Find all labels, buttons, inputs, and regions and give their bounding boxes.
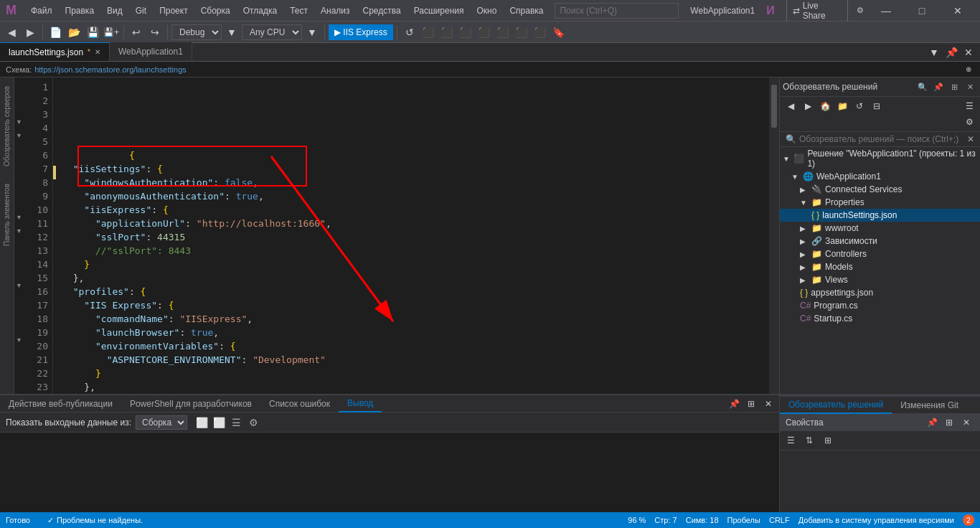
settings-icon[interactable]: ⚙: [857, 6, 864, 15]
right-tab-git-changes[interactable]: Изменения Git: [892, 397, 967, 414]
line-ending[interactable]: CRLF: [769, 516, 790, 524]
right-tab-solution-explorer[interactable]: Обозреватель решений: [780, 397, 892, 414]
output-pin-btn[interactable]: 📌: [726, 396, 742, 412]
tool7[interactable]: ⬛: [532, 24, 549, 41]
menu-analyze[interactable]: Анализ: [315, 4, 356, 17]
bookmark-button[interactable]: 🔖: [550, 24, 567, 41]
tree-startup[interactable]: C# Startup.cs: [780, 312, 980, 325]
bottom-tab-powershell[interactable]: PowerShell для разработчиков: [121, 395, 260, 412]
schema-expand-icon[interactable]: ⊕: [963, 64, 974, 75]
menu-view[interactable]: Вид: [101, 4, 128, 17]
tree-solution[interactable]: ▼ ⬛ Решение "WebApplication1" (проекты: …: [780, 147, 980, 170]
tree-appsettings[interactable]: { } appsettings.json: [780, 286, 980, 299]
fold-btn-15[interactable]: ▼: [16, 282, 22, 289]
redo-button[interactable]: ↪: [146, 24, 164, 41]
tree-wwwroot[interactable]: ▶ 📁 wwwroot: [780, 222, 980, 235]
minimize-button[interactable]: —: [870, 0, 903, 22]
props-close-btn[interactable]: ✕: [958, 415, 974, 430]
tree-controllers[interactable]: ▶ 📁 Controllers: [780, 248, 980, 260]
toolbox-label[interactable]: Панель элементов: [1, 178, 12, 252]
fold-btn-2[interactable]: ▼: [16, 118, 22, 126]
tree-program[interactable]: C# Program.cs: [780, 299, 980, 312]
bottom-tab-publish[interactable]: Действие веб-публикации: [0, 395, 121, 412]
editor-scrollbar[interactable]: [769, 77, 779, 394]
panel-pin-icon[interactable]: 📌: [931, 80, 946, 94]
fold-btn-19[interactable]: ▼: [16, 336, 22, 344]
menu-extensions[interactable]: Расширения: [408, 4, 470, 17]
tab-web-app[interactable]: WebApplication1: [110, 42, 192, 61]
props-sort-btn[interactable]: ⇅: [801, 433, 817, 448]
tab-list-button[interactable]: ▼: [925, 44, 943, 61]
tool1[interactable]: ⬛: [420, 24, 437, 41]
indent-type[interactable]: Пробелы: [727, 516, 760, 524]
menu-debug[interactable]: Отладка: [237, 4, 283, 17]
tree-dependencies[interactable]: ▶ 🔗 Зависимости: [780, 235, 980, 248]
tree-connected-services[interactable]: ▶ 🔌 Connected Services: [780, 183, 980, 196]
bottom-tab-output[interactable]: Вывод: [339, 395, 382, 412]
code-editor[interactable]: ▼ ▼ ▼ ▼ ▼ ▼ 1234567891011121314151617181…: [14, 77, 779, 394]
fold-btn-5[interactable]: ▼: [16, 132, 22, 139]
run-button[interactable]: ▶ IIS Express: [329, 24, 393, 40]
tab-close-all-button[interactable]: ✕: [960, 44, 977, 61]
git-add-label[interactable]: Добавить в систему управления версиями: [798, 516, 954, 524]
panel-dock-icon[interactable]: ⊞: [947, 80, 961, 94]
props-dock-btn[interactable]: ⊞: [941, 415, 957, 430]
menu-help[interactable]: Справка: [504, 4, 549, 17]
menu-project[interactable]: Проект: [154, 4, 194, 17]
panel-close-icon[interactable]: ✕: [963, 80, 977, 94]
tool3[interactable]: ⬛: [457, 24, 474, 41]
tab-close-icon[interactable]: ✕: [95, 48, 100, 56]
schema-url-link[interactable]: https://json.schemastore.org/launchsetti…: [34, 65, 187, 74]
back-button[interactable]: ◀: [3, 24, 20, 41]
close-button[interactable]: ✕: [941, 0, 974, 22]
output-clear-btn[interactable]: ⬜: [194, 415, 210, 430]
server-explorer-label[interactable]: Обозреватель серверов: [1, 80, 12, 172]
se-show-files-btn[interactable]: 📁: [834, 98, 850, 114]
output-find-btn[interactable]: ☰: [229, 415, 245, 430]
notification-badge[interactable]: 2: [963, 514, 974, 526]
search-input[interactable]: [555, 3, 679, 19]
se-back-btn[interactable]: ◀: [783, 98, 798, 114]
se-filter-btn[interactable]: ☰: [961, 98, 977, 114]
fold-btn-12[interactable]: ▼: [16, 227, 22, 235]
se-settings-btn[interactable]: ⚙: [961, 114, 977, 130]
props-pin-btn[interactable]: 📌: [924, 415, 940, 430]
tool4[interactable]: ⬛: [476, 24, 493, 41]
menu-edit[interactable]: Правка: [60, 4, 100, 17]
tab-pin-button[interactable]: 📌: [943, 44, 960, 61]
tree-models[interactable]: ▶ 📁 Models: [780, 260, 980, 273]
menu-build[interactable]: Сборка: [195, 4, 236, 17]
se-forward-btn[interactable]: ▶: [800, 98, 816, 114]
output-source-dropdown[interactable]: Сборка: [136, 415, 187, 430]
menu-file[interactable]: Файл: [25, 4, 58, 17]
output-dock-btn[interactable]: ⊞: [743, 396, 759, 412]
forward-button[interactable]: ▶: [22, 24, 39, 41]
platform-dropdown[interactable]: Any CPU: [242, 24, 302, 40]
code-area[interactable]: { "iisSettings": { "windowsAuthenticatio…: [56, 77, 769, 394]
open-button[interactable]: 📂: [65, 24, 83, 41]
fold-btn-11[interactable]: ▼: [16, 214, 22, 221]
se-home-btn[interactable]: 🏠: [817, 98, 833, 114]
save-button[interactable]: 💾: [84, 24, 101, 41]
tree-properties[interactable]: ▼ 📁 Properties: [780, 196, 980, 209]
maximize-button[interactable]: □: [905, 0, 938, 22]
tool6[interactable]: ⬛: [513, 24, 530, 41]
tool5[interactable]: ⬛: [494, 24, 512, 41]
se-search-input[interactable]: [799, 134, 964, 144]
se-refresh-btn[interactable]: ↺: [852, 98, 867, 114]
save-all-button[interactable]: 💾+: [103, 24, 120, 41]
props-group-btn[interactable]: ⊞: [820, 433, 836, 448]
zoom-level[interactable]: 96 %: [628, 516, 646, 524]
se-search-options-icon[interactable]: ✕: [967, 134, 974, 144]
config-arrow[interactable]: ▼: [223, 24, 240, 41]
se-collapse-btn[interactable]: ⊟: [869, 98, 885, 114]
output-close-btn[interactable]: ✕: [760, 396, 776, 412]
debug-config-dropdown[interactable]: Debug: [171, 24, 222, 40]
new-file-button[interactable]: 📄: [47, 24, 64, 41]
output-wrap-btn[interactable]: ⬜: [212, 415, 227, 430]
refresh-button[interactable]: ↺: [401, 24, 418, 41]
tree-launch-settings[interactable]: { } launchSettings.json: [780, 209, 980, 222]
props-list-btn[interactable]: ☰: [783, 433, 798, 448]
live-share-button[interactable]: ⇄ Live Share: [786, 0, 848, 23]
bottom-tab-errors[interactable]: Список ошибок: [260, 395, 339, 412]
